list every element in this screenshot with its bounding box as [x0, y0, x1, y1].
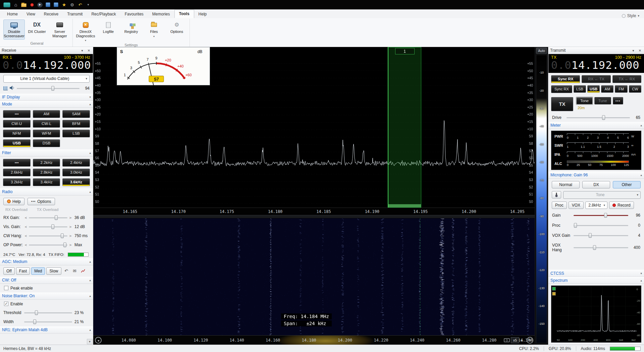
- tx-mode-button[interactable]: FM: [615, 85, 627, 93]
- directx-diagnostics-button[interactable]: ✕ DirectX Diagnostics ▾: [75, 19, 96, 43]
- filter-button[interactable]: 3.6kHz: [62, 178, 90, 186]
- filter-button[interactable]: 3.2kHz: [3, 178, 31, 186]
- reset-view-button[interactable]: ↻: [527, 337, 533, 344]
- panel-close-icon[interactable]: ✕: [87, 48, 91, 53]
- app-icon[interactable]: [3, 2, 10, 7]
- section-nr1[interactable]: NR1: Ephraim Malah 4dB ▴: [0, 326, 93, 334]
- mode-button[interactable]: LSB: [62, 130, 90, 137]
- tx-from-rx-button[interactable]: TX ← RX: [612, 75, 641, 83]
- filter-button[interactable]: 2.4kHz: [62, 159, 90, 167]
- mode-button[interactable]: AM: [33, 110, 60, 118]
- decrease-button[interactable]: <: [24, 234, 28, 238]
- ribbon-tab[interactable]: Rec/Playback: [87, 10, 120, 18]
- record-button[interactable]: Record: [609, 202, 634, 209]
- speaker-icon[interactable]: [10, 86, 15, 91]
- filter-button[interactable]: 2.6kHz: [3, 169, 31, 176]
- mode-button[interactable]: CW-U: [3, 120, 31, 128]
- filter-button[interactable]: 3.0kHz: [62, 169, 90, 176]
- mode-button[interactable]: WFM: [33, 130, 60, 137]
- spectrum-frequency-axis[interactable]: 14.16514.17014.17514.18014.18514.19014.1…: [93, 208, 535, 215]
- increase-button[interactable]: >: [69, 243, 72, 247]
- filter-button[interactable]: •••: [3, 159, 31, 167]
- toolbar-options-icon[interactable]: ▾: [86, 2, 91, 8]
- ribbon-tab[interactable]: Help: [194, 10, 211, 18]
- agc-button[interactable]: Fast: [16, 267, 30, 275]
- gain-slider[interactable]: [574, 213, 628, 218]
- section-filter[interactable]: Filter ▴: [0, 149, 93, 157]
- mode-button[interactable]: BFM: [62, 120, 90, 128]
- chart-icon[interactable]: [80, 268, 87, 274]
- section-noise-blanker[interactable]: Noise Blanker: On ▴: [0, 293, 93, 300]
- decrease-button[interactable]: <: [24, 225, 28, 229]
- tone-button[interactable]: Tone: [576, 97, 593, 104]
- disable-screensaver-button[interactable]: Disable Screensaver: [3, 19, 25, 40]
- zoom-x5-button[interactable]: x5: [511, 337, 519, 343]
- logfile-button[interactable]: Logfile: [98, 19, 119, 40]
- radio-options-button[interactable]: •••Options: [28, 198, 55, 205]
- spectrum-display[interactable]: +55+50+45+40+35+30+25+20+15+10S9S8S7S6S5…: [93, 47, 535, 208]
- increase-button[interactable]: >: [69, 216, 72, 220]
- rx-passband[interactable]: 1: [388, 47, 421, 208]
- marker-icon[interactable]: [552, 292, 556, 296]
- panel-collapse-icon[interactable]: ▾: [631, 48, 636, 53]
- agc-button[interactable]: Med: [31, 267, 45, 275]
- decrease-button[interactable]: <: [24, 216, 28, 220]
- tx-mode-button[interactable]: LSB: [574, 85, 586, 93]
- section-mode[interactable]: Mode ▴: [0, 101, 93, 108]
- envelope-icon[interactable]: ✉: [71, 268, 78, 274]
- section-meter[interactable]: Meter ▴: [548, 122, 644, 129]
- proc-slider[interactable]: [574, 223, 628, 228]
- camera-icon[interactable]: [552, 287, 556, 291]
- audio-spectrum-canvas[interactable]: [557, 287, 637, 334]
- files-button[interactable]: Files ▾: [143, 19, 165, 40]
- play-icon[interactable]: ▶: [37, 2, 43, 7]
- rx-passband-tag[interactable]: 1: [395, 48, 415, 54]
- home-icon[interactable]: ⌂: [13, 2, 18, 8]
- vis-gain-slider[interactable]: [29, 224, 67, 229]
- colorbar-gradient[interactable]: -10-20-30-40-50-60-70-80-90-100-110-120-…: [536, 55, 547, 343]
- agc-button[interactable]: Slow: [46, 267, 61, 275]
- tx-mode-button[interactable]: AM: [601, 85, 613, 93]
- undo-icon[interactable]: ↶: [63, 268, 70, 274]
- panel-close-icon[interactable]: ✕: [638, 48, 642, 53]
- tx-bandwidth-select[interactable]: 2.8kHz ▾: [585, 202, 607, 209]
- threshold-slider[interactable]: [24, 310, 72, 315]
- section-if-display[interactable]: IF Display ▾: [0, 94, 93, 101]
- section-ctcss[interactable]: CTCSS ▾: [548, 270, 644, 277]
- section-agc[interactable]: AGC: Medium ▴: [0, 258, 93, 265]
- rx-gain-slider[interactable]: [29, 215, 67, 220]
- camera-icon[interactable]: [504, 338, 510, 342]
- vox-gain-slider[interactable]: [574, 233, 628, 238]
- pan-left-button[interactable]: ◂: [95, 337, 102, 344]
- levels-icon[interactable]: [3, 86, 8, 90]
- agc-button[interactable]: Off: [3, 267, 15, 275]
- ribbon-tab[interactable]: Receive: [40, 10, 63, 18]
- decrease-button[interactable]: <: [24, 243, 28, 247]
- cw-hang-slider[interactable]: [29, 233, 67, 238]
- mode-button[interactable]: •••: [3, 110, 31, 118]
- rx-frequency-display[interactable]: RX 1 100 - 3700 Hz 0.014.192.000: [0, 54, 93, 73]
- ribbon-tab[interactable]: Transmit: [63, 10, 87, 18]
- mode-button[interactable]: NFM: [3, 130, 31, 137]
- increase-button[interactable]: >: [69, 225, 72, 229]
- increase-button[interactable]: >: [69, 234, 72, 238]
- audio-spectrum-display[interactable]: 0-20-40-60-80 501002004008001k63k2: [551, 285, 641, 343]
- vox-button[interactable]: VOX: [569, 202, 584, 209]
- favourites-star-icon[interactable]: ★: [61, 2, 67, 8]
- tx-mode-button[interactable]: CW: [629, 85, 641, 93]
- rx-from-tx-button[interactable]: RX ← TX: [582, 75, 610, 83]
- ribbon-tab[interactable]: View: [22, 10, 40, 18]
- tx-frequency-display[interactable]: TX 100 - 2900 Hz 0.014.192.000: [548, 54, 644, 73]
- drive-slider[interactable]: [567, 115, 630, 120]
- op-power-slider[interactable]: [29, 242, 67, 248]
- nb-enable-checkbox[interactable]: ✓: [4, 302, 8, 306]
- settings-gear-icon[interactable]: ⚙: [69, 2, 75, 8]
- mode-button[interactable]: DSB: [33, 139, 60, 147]
- proc-button[interactable]: Proc: [552, 202, 567, 209]
- filter-button[interactable]: 2.2kHz: [33, 159, 60, 167]
- tone-select[interactable]: Tone ▾: [563, 191, 641, 199]
- dx-cluster-button[interactable]: DX DX Cluster: [26, 19, 48, 40]
- filter-button[interactable]: 3.4kHz: [33, 178, 60, 186]
- mic-profile-button[interactable]: Other: [613, 181, 641, 188]
- help-button[interactable]: Help: [3, 198, 24, 205]
